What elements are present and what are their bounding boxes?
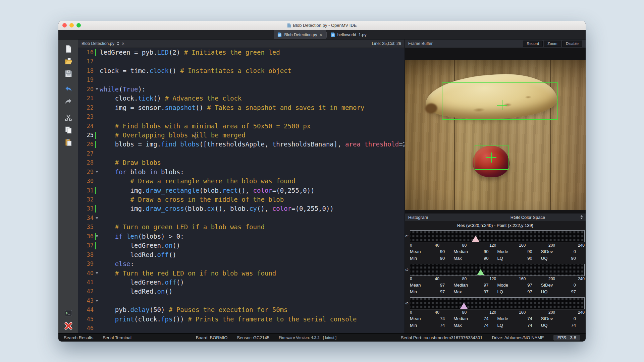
channel-label: G	[405, 268, 409, 271]
code-text: # Draw a cross in the middle of the blob	[100, 195, 405, 204]
code-text: ledGreen.off()	[100, 278, 405, 287]
new-file-button[interactable]	[62, 44, 74, 54]
tab-divider	[326, 32, 327, 38]
stat-mean: Mean74	[410, 315, 453, 322]
record-button[interactable]: Record	[523, 41, 543, 47]
code-line[interactable]: 42 ledRed.on()	[78, 287, 405, 296]
frame-buffer-view	[405, 48, 586, 213]
save-file-button[interactable]	[62, 68, 74, 79]
disable-button[interactable]: Disable	[562, 41, 582, 47]
axis-tick-label: 120	[489, 243, 496, 248]
code-line[interactable]: 18clock = time.clock() # Instantiates a …	[78, 66, 405, 75]
axis-tick-label: 80	[462, 277, 467, 281]
fold-arrow-icon[interactable]	[96, 300, 98, 302]
search-results-button[interactable]: Search Results	[64, 335, 93, 340]
frame-buffer-image[interactable]	[405, 60, 586, 210]
code-line[interactable]: 31 img.draw_rectangle(blob.rect(), color…	[78, 186, 405, 195]
channel-label: R	[405, 235, 409, 238]
line-number: 16	[78, 48, 94, 57]
serial-terminal-button[interactable]: Serial Terminal	[103, 335, 131, 340]
close-document-icon[interactable]: ×	[122, 41, 124, 46]
code-line[interactable]: 40 # Turn the red LED on if no blob was …	[78, 269, 405, 278]
code-line[interactable]: 35 # Turn on green LED if a blob was fou…	[78, 223, 405, 232]
open-document-selector[interactable]: Blob Detection.py ×	[82, 41, 124, 46]
color-space-select[interactable]: RGB Color Space	[470, 214, 586, 221]
tab-close-icon[interactable]: ×	[319, 33, 322, 37]
code-text: ledRed.off()	[100, 250, 405, 259]
axis-tick-label: 160	[519, 243, 526, 248]
fold-arrow-icon[interactable]	[96, 217, 98, 219]
line-number: 41	[78, 278, 94, 287]
stop-close-button[interactable]	[62, 320, 74, 331]
code-line[interactable]: 44 pyb.delay(50) # Pauses the execution …	[78, 305, 405, 314]
code-line[interactable]: 27	[78, 149, 405, 158]
code-line[interactable]: 22 img = sensor.snapshot() # Takes a sna…	[78, 103, 405, 112]
code-line[interactable]: 24 # Find blobs with a minimal area of 5…	[78, 122, 405, 131]
code-line[interactable]: 37 ledGreen.on()	[78, 241, 405, 250]
code-line[interactable]: 25 # Overlapping blobs will be merged	[78, 131, 405, 140]
axis-tick-label: 120	[489, 310, 496, 315]
channel-stats: Mean97Median97Mode97StDev0Min97Max97LQ97…	[410, 282, 585, 295]
tab-helloworld[interactable]: helloworld_1.py	[327, 30, 370, 39]
channel-stats: Mean74Median74Mode74StDev0Min74Max74LQ74…	[410, 315, 585, 329]
line-number: 19	[78, 75, 94, 84]
code-line[interactable]: 45 print(clock.fps()) # Prints the frame…	[78, 315, 405, 324]
line-number: 39	[78, 259, 94, 268]
open-file-button[interactable]	[62, 56, 74, 67]
code-text	[100, 149, 405, 158]
undo-button[interactable]	[62, 84, 74, 95]
redo-button[interactable]	[62, 97, 74, 107]
axis-labels: 04080120160200240	[410, 276, 585, 282]
editor-header: Blob Detection.py × Line: 25,Col: 26	[78, 40, 405, 48]
zoom-button[interactable]: Zoom	[544, 41, 561, 47]
code-line[interactable]: 20while(True):	[78, 85, 405, 94]
code-line[interactable]: 32 # Draw a cross in the middle of the b…	[78, 195, 405, 204]
resolution-point-label: Res (w:320,h:240) - Point (x:222,y:139)	[405, 221, 586, 230]
code-line[interactable]: 21 clock.tick() # Advances the clock	[78, 94, 405, 103]
gutter-marker-area	[94, 223, 100, 232]
fold-arrow-icon[interactable]	[96, 88, 98, 90]
fold-arrow-icon[interactable]	[96, 171, 98, 173]
code-line[interactable]: 34	[78, 214, 405, 223]
gutter-marker-area	[94, 158, 100, 167]
zoom-window-button[interactable]	[76, 23, 81, 27]
code-line[interactable]: 38 ledRed.off()	[78, 250, 405, 259]
paste-button[interactable]	[62, 137, 74, 148]
code-line[interactable]: 16ledGreen = pyb.LED(2) # Initiates the …	[78, 48, 405, 57]
code-line[interactable]: 36 if len(blobs) > 0:	[78, 232, 405, 241]
code-line[interactable]: 26 blobs = img.find_blobs([thresholdsApp…	[78, 140, 405, 149]
fold-arrow-icon[interactable]	[96, 272, 98, 274]
code-text: if len(blobs) > 0:	[100, 232, 405, 241]
fps-label: FPS: 3.8	[553, 335, 580, 341]
code-line[interactable]: 29 for blob in blobs:	[78, 168, 405, 177]
gutter-marker-area	[94, 48, 100, 57]
code-line[interactable]: 28 # Draw blobs	[78, 158, 405, 167]
code-line[interactable]: 17	[78, 57, 405, 66]
gutter-marker-area	[94, 287, 100, 296]
code-line[interactable]: 43	[78, 296, 405, 305]
code-line[interactable]: 23	[78, 112, 405, 121]
gutter-marker-area	[94, 131, 100, 140]
copy-button[interactable]	[62, 125, 74, 135]
fold-arrow-icon[interactable]	[96, 235, 98, 237]
line-number: 43	[78, 296, 94, 305]
minimize-window-button[interactable]	[69, 23, 74, 27]
tab-blob-detection[interactable]: Blob Detection.py ×	[274, 30, 325, 39]
code-line[interactable]: 33 img.draw_cross(blob.cx(), blob.cy(), …	[78, 204, 405, 213]
code-text: # Turn the red LED on if no blob was fou…	[100, 269, 405, 278]
combo-arrows-icon	[117, 42, 119, 46]
line-number: 20	[78, 85, 94, 94]
close-window-button[interactable]	[62, 23, 67, 27]
cut-button[interactable]	[62, 112, 74, 123]
code-line[interactable]: 19	[78, 75, 405, 84]
line-number: 29	[78, 168, 94, 177]
code-text: # Draw a rectangle where the blob was fo…	[100, 177, 405, 186]
serial-terminal-button-icon[interactable]	[62, 308, 74, 318]
code-line[interactable]: 39 else:	[78, 259, 405, 268]
axis-tick-label: 240	[578, 310, 585, 315]
code-line[interactable]: 46	[78, 324, 405, 333]
code-line[interactable]: 30 # Draw a rectangle where the blob was…	[78, 177, 405, 186]
code-line[interactable]: 41 ledGreen.off()	[78, 278, 405, 287]
code-editor[interactable]: 16ledGreen = pyb.LED(2) # Initiates the …	[78, 48, 405, 333]
code-text: print(clock.fps()) # Prints the framerat…	[100, 315, 405, 324]
